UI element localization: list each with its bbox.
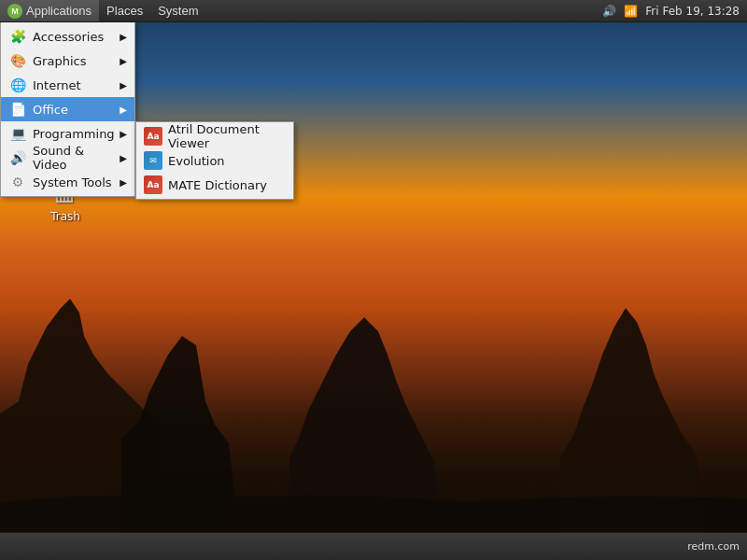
brand-label: redm.com xyxy=(680,540,747,553)
menu-item-office[interactable]: 📄 Office ▶ xyxy=(1,97,134,121)
window-area xyxy=(0,533,680,560)
accessories-label: Accessories xyxy=(33,30,120,44)
programming-icon: 💻 xyxy=(8,124,27,143)
internet-arrow-icon: ▶ xyxy=(120,80,127,91)
menu-item-programming[interactable]: 💻 Programming ▶ xyxy=(1,121,134,146)
accessories-arrow-icon: ▶ xyxy=(120,32,127,42)
atril-icon: Aa xyxy=(144,127,162,146)
programming-label: Programming xyxy=(33,127,120,141)
submenu-item-mate-dict[interactable]: Aa MATE Dictionary xyxy=(136,173,293,197)
network-icon: 📶 xyxy=(624,5,638,18)
system-menu-button[interactable]: System xyxy=(150,0,205,21)
evolution-label: Evolution xyxy=(168,154,225,168)
top-taskbar: M Applications Places System 🔊 📶 Fri Feb… xyxy=(0,0,747,22)
mate-logo-icon: M xyxy=(7,4,22,19)
taskbar-left: M Applications Places System xyxy=(0,0,205,21)
graphics-icon: 🎨 xyxy=(8,51,27,70)
applications-menu-button[interactable]: M Applications xyxy=(0,0,99,21)
applications-menu: 🧩 Accessories ▶ 🎨 Graphics ▶ 🌐 Internet … xyxy=(0,22,135,197)
clock: Fri Feb 19, 13:28 xyxy=(645,5,740,18)
taskbar-right: 🔊 📶 Fri Feb 19, 13:28 xyxy=(595,0,747,21)
sound-video-arrow-icon: ▶ xyxy=(120,153,127,163)
internet-icon: 🌐 xyxy=(8,76,27,94)
system-tools-arrow-icon: ▶ xyxy=(120,177,127,188)
volume-icon[interactable]: 🔊 xyxy=(602,5,616,18)
bottom-taskbar: redm.com xyxy=(0,532,747,560)
mate-dictionary-icon: Aa xyxy=(144,175,162,194)
places-menu-button[interactable]: Places xyxy=(99,0,150,21)
graphics-label: Graphics xyxy=(33,54,120,68)
atril-label: Atril Document Viewer xyxy=(168,122,286,150)
system-tools-label: System Tools xyxy=(33,175,120,189)
system-tools-icon: ⚙️ xyxy=(8,173,27,191)
applications-label: Applications xyxy=(26,4,92,18)
evolution-icon: ✉ xyxy=(144,151,162,170)
menu-item-internet[interactable]: 🌐 Internet ▶ xyxy=(1,73,134,97)
brand-text: redm.com xyxy=(687,540,740,553)
submenu-item-atril[interactable]: Aa Atril Document Viewer xyxy=(136,124,293,148)
mate-dictionary-label: MATE Dictionary xyxy=(168,178,267,192)
menu-item-system-tools[interactable]: ⚙️ System Tools ▶ xyxy=(1,170,134,194)
trash-label: Trash xyxy=(50,210,80,223)
menu-item-graphics[interactable]: 🎨 Graphics ▶ xyxy=(1,49,134,73)
submenu-item-evolution[interactable]: ✉ Evolution xyxy=(136,148,293,173)
internet-label: Internet xyxy=(33,78,120,92)
system-label: System xyxy=(158,4,198,18)
accessories-icon: 🧩 xyxy=(8,27,27,46)
office-icon: 📄 xyxy=(8,100,27,119)
office-submenu: Aa Atril Document Viewer ✉ Evolution Aa … xyxy=(135,121,294,200)
office-arrow-icon: ▶ xyxy=(120,105,127,115)
office-label: Office xyxy=(33,103,120,117)
sound-video-label: Sound & Video xyxy=(33,144,120,172)
programming-arrow-icon: ▶ xyxy=(120,129,127,139)
menu-item-accessories[interactable]: 🧩 Accessories ▶ xyxy=(1,24,134,49)
places-label: Places xyxy=(106,4,143,18)
sound-video-icon: 🔊 xyxy=(8,148,27,167)
menu-item-sound-video[interactable]: 🔊 Sound & Video ▶ xyxy=(1,146,134,170)
graphics-arrow-icon: ▶ xyxy=(120,56,127,66)
